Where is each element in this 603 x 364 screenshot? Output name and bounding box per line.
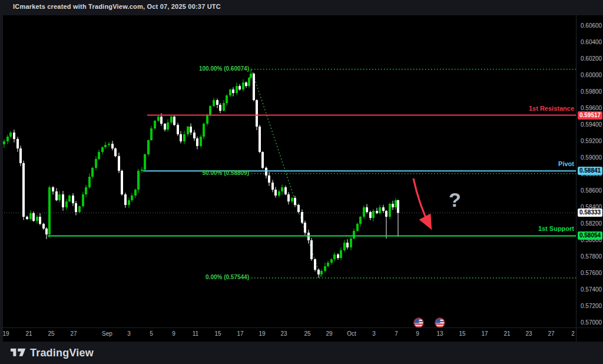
candle-body — [226, 95, 228, 103]
candle-body — [333, 254, 336, 259]
pivot-price-tag: 0.58841 — [578, 167, 602, 175]
candle-body — [363, 207, 365, 217]
candle-body — [85, 187, 87, 194]
candle-body — [253, 74, 255, 100]
candle-body — [259, 127, 261, 152]
us-flag-event-icon[interactable] — [413, 317, 424, 327]
candle-body — [170, 117, 173, 123]
candle-body — [359, 217, 362, 224]
candle-body — [372, 211, 375, 218]
candle-body — [48, 187, 51, 234]
price-tick-label: 0.59800 — [581, 88, 602, 95]
time-tick-label: 7 — [395, 330, 398, 337]
last-price-tag: 0.58333 — [578, 209, 602, 217]
candle-body — [167, 123, 169, 130]
candle-body — [22, 163, 25, 217]
candle-body — [160, 117, 163, 124]
candle-body — [346, 243, 349, 247]
candle-body — [157, 117, 160, 121]
time-tick-label: 19 — [259, 330, 265, 337]
price-tick-label: 0.59400 — [581, 121, 602, 128]
candle-body — [206, 115, 208, 124]
price-axis[interactable]: 0.606000.604000.602000.600000.598000.596… — [576, 15, 603, 327]
tradingview-snapshot: ICmarkets created with TradingView.com, … — [0, 0, 603, 364]
us-flag-event-icon[interactable] — [435, 317, 445, 327]
chart-area[interactable]: 1st ResistancePivot1st Support100.00% (0… — [0, 15, 579, 327]
candle-body — [250, 74, 252, 78]
candle-body — [284, 187, 287, 194]
candle-body — [232, 90, 234, 93]
candle-body — [55, 191, 58, 200]
support-price-tag: 0.58054 — [578, 231, 602, 240]
tradingview-logo[interactable]: TradingView — [11, 346, 94, 359]
candle-body — [121, 171, 123, 194]
candle-body — [42, 224, 45, 229]
candle-body — [350, 239, 352, 247]
time-tick-label: Sep — [102, 330, 112, 337]
candle-body — [256, 100, 258, 127]
price-tick-label: 0.60600 — [581, 22, 602, 29]
candle-body — [173, 117, 175, 125]
candle-body — [320, 271, 323, 274]
candle-body — [278, 191, 280, 196]
candle-body — [45, 229, 48, 234]
candle-body — [164, 124, 166, 130]
candle-body — [213, 100, 215, 106]
candle-body — [314, 259, 316, 270]
candle-body — [389, 204, 391, 217]
candle-body — [353, 231, 355, 239]
time-tick-label: 23 — [280, 330, 287, 337]
candle-body — [337, 254, 339, 258]
time-tick-label: 15 — [459, 330, 465, 337]
candle-body — [236, 86, 238, 93]
candle-body — [193, 133, 196, 138]
candle-body — [382, 207, 385, 211]
price-tick-label: 0.59000 — [581, 154, 602, 161]
candle-body — [177, 125, 179, 134]
candle-body — [108, 144, 110, 145]
candle-body — [203, 124, 205, 137]
candle-body — [75, 203, 77, 212]
time-axis[interactable]: 19212527Sep35911151719232529Oct379131517… — [0, 327, 579, 342]
time-tick-label: 11 — [193, 330, 198, 337]
price-tick-label: 0.60200 — [581, 55, 602, 62]
candle-body — [154, 121, 156, 128]
candle-body — [137, 171, 140, 190]
candle-body — [141, 170, 143, 171]
candle-body — [62, 194, 64, 207]
candle-body — [366, 207, 368, 212]
candle-body — [219, 105, 221, 111]
candle-body — [301, 212, 303, 223]
candle-body — [68, 196, 71, 201]
candle-body — [200, 137, 202, 146]
time-tick-label: 5 — [150, 330, 153, 337]
time-tick-label: 27 — [70, 330, 77, 337]
candle-body — [180, 134, 182, 141]
time-tick-label: 2 — [571, 330, 575, 337]
candle-body — [72, 196, 74, 203]
candle-body — [19, 148, 22, 163]
candle-body — [88, 177, 91, 187]
candle-body — [118, 156, 120, 171]
candle-body — [297, 205, 300, 212]
candle-body — [248, 78, 250, 86]
candle-body — [147, 140, 150, 154]
resistance-price-tag: 0.59517 — [578, 111, 602, 120]
candle-body — [245, 82, 247, 86]
tradingview-logo-icon — [11, 346, 26, 359]
candle-body — [13, 133, 15, 139]
time-tick-label: 29 — [326, 330, 332, 337]
pivot-label: Pivot — [558, 160, 574, 167]
chart-title: ICmarkets created with TradingView.com, … — [13, 3, 221, 10]
candle-body — [58, 194, 61, 200]
candle-body — [376, 211, 378, 213]
candle-body — [340, 250, 342, 258]
question-mark-annotation: ? — [449, 188, 461, 211]
time-tick-label: 23 — [525, 330, 532, 337]
candle-body — [134, 190, 137, 196]
candlestick-plot — [3, 15, 579, 327]
candle-body — [111, 144, 114, 148]
candle-body — [114, 148, 117, 156]
chart-header-bar: ICmarkets created with TradingView.com, … — [0, 0, 603, 15]
candle-body — [294, 198, 296, 205]
